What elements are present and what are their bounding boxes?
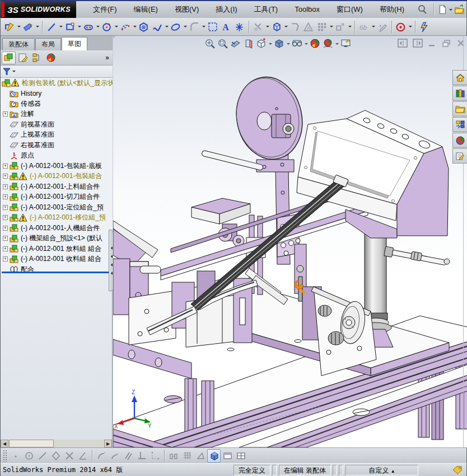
command-tab-布局[interactable]: 布局 (35, 38, 61, 50)
open-folder-icon[interactable] (452, 101, 467, 116)
sketch-tool-convert-dropdown[interactable] (283, 21, 288, 32)
sketch-tool-spline-button[interactable] (151, 20, 164, 34)
snap-arc1-button[interactable] (95, 449, 108, 463)
tree-expander[interactable]: + (3, 246, 8, 251)
panel-horizontal-scrollbar[interactable]: ◀ ▶ (1, 440, 112, 447)
sketch-tool-grid-button[interactable] (316, 20, 328, 34)
featuremanager-tab[interactable] (2, 52, 16, 64)
configurationmanager-tab[interactable] (30, 52, 44, 64)
sketch-tool-snap-dropdown[interactable] (371, 21, 376, 32)
collapse-left-icon[interactable] (398, 39, 408, 48)
sketch-tool-pattern-button[interactable] (207, 20, 219, 34)
sketch-tool-rect-button[interactable] (64, 20, 76, 34)
sketch-tool-line-button[interactable] (45, 20, 58, 34)
home-icon[interactable] (452, 70, 467, 85)
tree-item-19[interactable]: 配合 (1, 264, 113, 272)
snap-arc2-button[interactable] (108, 449, 122, 463)
view-split-button[interactable] (234, 449, 247, 463)
tree-item-9[interactable]: +(-) A-0012-001-包裝組-底板 (1, 161, 113, 171)
tree-item-2[interactable]: History (1, 88, 113, 99)
sketch-tool-poly-button[interactable] (138, 20, 150, 34)
sketch-tool-bolt-button[interactable] (418, 20, 431, 34)
view-cube-button[interactable] (207, 449, 221, 463)
sketch-tool-fillet-dropdown[interactable] (201, 21, 206, 32)
design-library-icon[interactable] (452, 117, 467, 132)
sketch-tool-sketch-dropdown[interactable] (16, 21, 21, 32)
tree-item-12[interactable]: +(-) A-0012-001-切刀組合件 (1, 192, 113, 203)
tree-item-16[interactable]: +(-) 機架組合_預設<1> (默认 (1, 234, 113, 244)
tree-item-14[interactable]: +(-) A-0012-001-移位組_預 (1, 213, 113, 223)
sketch-tool-grid-dropdown[interactable] (329, 21, 334, 32)
hide-view-button[interactable] (291, 38, 303, 50)
tree-item-13[interactable]: +(-) A-0012-001-定位組合_預 (1, 202, 113, 213)
style-dropdown[interactable] (286, 38, 291, 50)
sketch-tool-spline-dropdown[interactable] (164, 21, 169, 32)
tag-icon[interactable] (452, 465, 463, 474)
snap-par-button[interactable] (122, 449, 135, 463)
orient-dropdown[interactable] (268, 38, 273, 50)
snap-circ-button[interactable] (22, 449, 36, 463)
snap-xx-button[interactable] (63, 449, 76, 463)
tree-item-8[interactable]: 原点 (1, 151, 113, 161)
zoomfit-view-button[interactable] (204, 38, 216, 50)
panel-overflow-chevron[interactable]: » (105, 54, 109, 62)
snap-perp-button[interactable] (135, 449, 148, 463)
doc-minimize-icon[interactable] (428, 39, 437, 47)
tree-item-17[interactable]: +(-) A-0012-001 放料組 組合 (1, 244, 113, 254)
menu-4[interactable]: 插入(I) (208, 2, 245, 17)
style-view-button[interactable] (273, 38, 286, 50)
tree-item-15[interactable]: +(-) A-0012-001-人機組合件 (1, 223, 113, 234)
open-button[interactable] (454, 4, 465, 15)
menu-2[interactable]: 编辑(E) (126, 2, 166, 17)
snap-tri-button[interactable] (194, 449, 207, 463)
tree-expander[interactable]: + (3, 205, 8, 210)
menu-6[interactable]: Toolbox (287, 2, 328, 17)
appearance-view-button[interactable] (309, 38, 321, 50)
tree-item-10[interactable]: +(-) A-0012-001-包裝組合 (1, 171, 113, 182)
sketch-tool-line-dropdown[interactable] (58, 21, 63, 32)
new-dropdown[interactable] (449, 4, 454, 15)
filter-icon[interactable] (2, 67, 11, 76)
snap-ang-button[interactable] (76, 449, 90, 463)
snap-lin-button[interactable] (36, 449, 49, 463)
tree-expander[interactable]: + (3, 164, 8, 169)
orient-view-button[interactable] (255, 38, 268, 50)
prevview-view-button[interactable] (230, 38, 242, 50)
snap-rel1-button[interactable] (167, 449, 180, 463)
sketch-tool-snap-button[interactable]: 6b (358, 20, 370, 34)
tree-expander[interactable]: + (3, 184, 8, 189)
zoomarea-view-button[interactable] (217, 38, 229, 50)
doc-close-icon[interactable] (456, 39, 465, 47)
tree-item-6[interactable]: 上视基准面 (1, 130, 113, 141)
graphics-viewport[interactable]: ZXY (113, 36, 467, 447)
tree-item-7[interactable]: 右视基准面 (1, 140, 113, 151)
custom-properties-icon[interactable] (452, 148, 467, 164)
sketch-tool-move-button[interactable] (334, 20, 347, 34)
tree-expander[interactable]: + (3, 174, 8, 179)
scroll-thumb[interactable] (9, 440, 54, 447)
sketch-tool-dim-dropdown[interactable] (35, 21, 40, 32)
scene-view-button[interactable] (322, 38, 334, 50)
scroll-left-arrow[interactable]: ◀ (1, 440, 8, 447)
view-rectv-button[interactable] (221, 449, 234, 463)
sketch-tool-slot-dropdown[interactable] (95, 21, 100, 32)
tree-item-18[interactable]: +(-) A-0012-001 收料組 組合 (1, 254, 113, 265)
status-custom[interactable]: 自定义 ▲ (345, 465, 418, 475)
sketch-tool-fillet-button[interactable] (188, 20, 200, 34)
tree-expander[interactable]: + (3, 215, 8, 220)
sketch-tool-pencil-button[interactable] (376, 20, 389, 34)
tree-item-11[interactable]: +(-) A-0012-001-上料組合件 (1, 181, 113, 192)
tree-expander[interactable]: + (3, 236, 8, 241)
tree-item-1[interactable]: 检测包装机 (默认<默认_显示状态-1>) (1, 78, 113, 88)
section-view-button[interactable] (242, 38, 255, 50)
displaymanager-tab[interactable] (44, 52, 58, 64)
snap-pt-button[interactable] (9, 449, 22, 463)
cad-model[interactable]: ZXY (113, 36, 467, 447)
scene-dropdown[interactable] (335, 38, 339, 50)
resources-icon[interactable] (452, 86, 467, 101)
sketch-tool-slot-button[interactable] (82, 20, 95, 34)
sketch-tool-trim-button[interactable] (252, 20, 264, 34)
doc-restore-icon[interactable] (442, 39, 451, 48)
tree-item-5[interactable]: 前视基准面 (1, 119, 113, 130)
sketch-tool-warnA-button[interactable]: A (302, 20, 315, 34)
